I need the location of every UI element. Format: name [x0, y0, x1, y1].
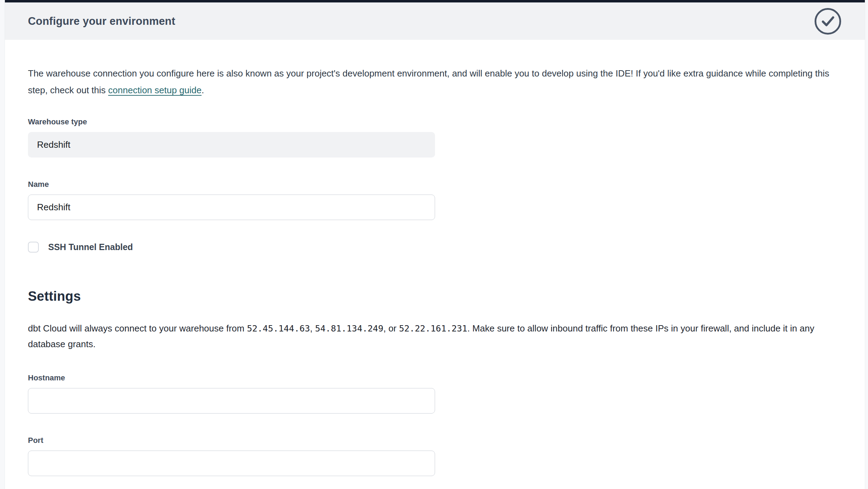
port-group: Port	[28, 436, 833, 476]
connection-setup-guide-link[interactable]: connection setup guide	[108, 85, 201, 95]
panel-header: Configure your environment	[5, 2, 865, 40]
port-label: Port	[28, 436, 833, 445]
page-title: Configure your environment	[28, 15, 175, 28]
top-accent-bar	[5, 0, 865, 2]
ssh-tunnel-row: SSH Tunnel Enabled	[28, 242, 833, 253]
ip-allowlist-note: dbt Cloud will always connect to your wa…	[28, 321, 833, 352]
hostname-group: Hostname	[28, 373, 833, 414]
ip-note-before: dbt Cloud will always connect to your wa…	[28, 323, 247, 334]
environment-setup-panel: Configure your environment The warehouse…	[5, 0, 865, 489]
intro-text-after: .	[201, 85, 204, 95]
hostname-input[interactable]	[28, 388, 435, 414]
warehouse-type-label: Warehouse type	[28, 117, 833, 126]
ip-address-1: 52.45.144.63	[247, 323, 310, 334]
ip-address-3: 52.22.161.231	[399, 323, 468, 334]
port-input[interactable]	[28, 451, 435, 476]
warehouse-type-value: Redshift	[37, 139, 70, 150]
name-label: Name	[28, 180, 833, 189]
ip-address-2: 54.81.134.249	[315, 323, 383, 334]
warehouse-type-field: Redshift	[28, 132, 435, 158]
hostname-label: Hostname	[28, 373, 833, 382]
name-input[interactable]	[28, 195, 435, 220]
intro-text: The warehouse connection you configure h…	[28, 65, 833, 98]
panel-content: The warehouse connection you configure h…	[5, 65, 865, 476]
settings-heading: Settings	[28, 289, 833, 304]
ssh-tunnel-label: SSH Tunnel Enabled	[48, 242, 133, 252]
name-group: Name	[28, 180, 833, 220]
ip-note-sep2: , or	[383, 323, 399, 334]
check-circle-icon	[814, 7, 842, 35]
ip-note-sep1: ,	[310, 323, 315, 334]
ssh-tunnel-checkbox[interactable]	[28, 242, 39, 253]
warehouse-type-group: Warehouse type Redshift	[28, 117, 833, 158]
